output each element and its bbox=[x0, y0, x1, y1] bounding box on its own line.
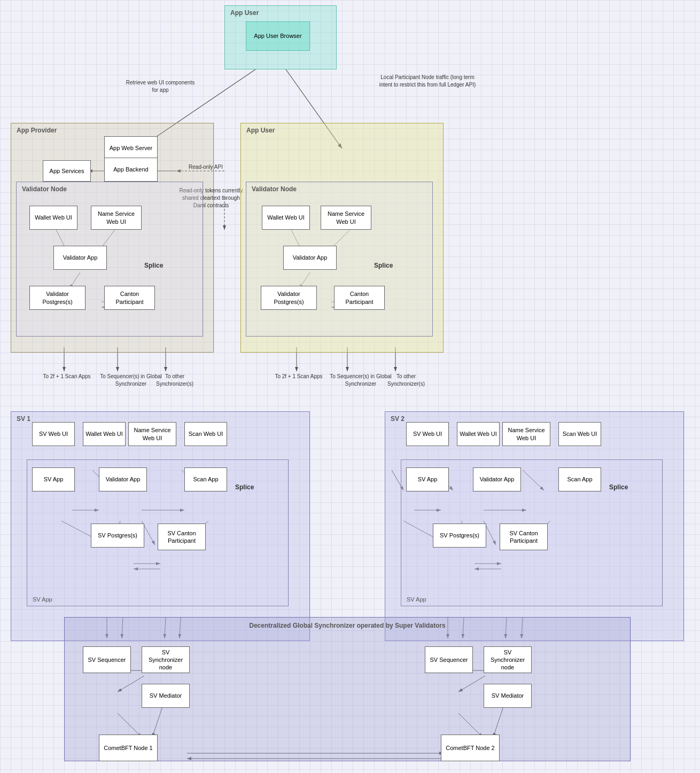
sv2-sv-app-label: SV App bbox=[407, 596, 426, 603]
validator-postgres-right: Validator Postgres(s) bbox=[261, 286, 317, 310]
validator-node-left-label: Validator Node bbox=[22, 185, 67, 193]
validator-app-left: Validator App bbox=[53, 246, 107, 270]
sv2-scan-app: Scan App bbox=[558, 467, 601, 491]
sv-sequencer-right: SV Sequencer bbox=[425, 646, 473, 673]
sv1-sv-postgres: SV Postgres(s) bbox=[91, 524, 144, 548]
app-services-box: App Services bbox=[43, 160, 91, 182]
name-service-web-ui-left: Name Service Web UI bbox=[91, 206, 142, 230]
sv1-sv-web-ui: SV Web UI bbox=[32, 422, 75, 446]
app-backend-box: App Backend bbox=[104, 158, 158, 182]
annotation-retrieve-web-ui: Retrieve web UI components for app bbox=[126, 79, 195, 94]
sv2-label: SV 2 bbox=[391, 415, 405, 423]
app-user-browser-label: App User Browser bbox=[254, 32, 301, 40]
wallet-web-ui-right: Wallet Web UI bbox=[262, 206, 310, 230]
canton-participant-right: Canton Participant bbox=[334, 286, 385, 310]
app-user-browser-box: App User Browser bbox=[246, 21, 310, 51]
app-provider-label: App Provider bbox=[17, 127, 57, 134]
annotation-local-participant: Local Participant Node traffic (long ter… bbox=[374, 74, 481, 89]
sv2-sv-canton-participant: SV Canton Participant bbox=[500, 524, 548, 550]
app-user-top-label: App User bbox=[230, 9, 259, 17]
sv1-scan-app: Scan App bbox=[184, 467, 227, 491]
global-sync-label: Decentralized Global Synchronizer operat… bbox=[65, 622, 630, 629]
validator-node-region-right: Validator Node bbox=[246, 182, 433, 337]
app-web-server-box: App Web Server bbox=[104, 136, 158, 160]
annotation-2f1-right: To 2f + 1 Scan Apps bbox=[269, 373, 328, 380]
sv2-validator-app: Validator App bbox=[473, 467, 521, 491]
validator-node-region-left: Validator Node bbox=[16, 182, 203, 337]
wallet-web-ui-left: Wallet Web UI bbox=[29, 206, 77, 230]
sv-mediator-right: SV Mediator bbox=[484, 684, 532, 708]
sv2-scan-web-ui: Scan Web UI bbox=[558, 422, 601, 446]
sv1-sv-app: SV App bbox=[32, 467, 75, 491]
cometbft-node-1: CometBFT Node 1 bbox=[99, 735, 158, 761]
validator-node-right-label: Validator Node bbox=[252, 185, 297, 193]
sv1-wallet-web-ui: Wallet Web UI bbox=[83, 422, 126, 446]
splice-label-right: Splice bbox=[374, 262, 393, 269]
validator-postgres-left: Validator Postgres(s) bbox=[29, 286, 85, 310]
sv2-sv-postgres: SV Postgres(s) bbox=[433, 524, 486, 548]
sv2-sv-web-ui: SV Web UI bbox=[406, 422, 449, 446]
sv1-sv-canton-participant: SV Canton Participant bbox=[158, 524, 206, 550]
sv1-label: SV 1 bbox=[17, 415, 30, 423]
annotation-read-only-api: Read-only API bbox=[182, 163, 230, 171]
sv2-wallet-web-ui: Wallet Web UI bbox=[457, 422, 500, 446]
annotation-other-sync-right: To other Synchronizer(s) bbox=[379, 373, 433, 388]
sv-mediator-left: SV Mediator bbox=[142, 684, 190, 708]
annotation-other-sync-left: To other Synchronizer(s) bbox=[148, 373, 201, 388]
sv-synchronizer-node-right: SV Synchronizer node bbox=[484, 646, 532, 673]
sv2-sv-app: SV App bbox=[406, 467, 449, 491]
sv1-sv-app-label: SV App bbox=[33, 596, 52, 603]
sv2-name-service-web-ui: Name Service Web UI bbox=[502, 422, 550, 446]
sv2-splice-label: Splice bbox=[609, 483, 628, 491]
canton-participant-left: Canton Participant bbox=[104, 286, 155, 310]
sv-sequencer-left: SV Sequencer bbox=[83, 646, 131, 673]
splice-label-left: Splice bbox=[144, 262, 163, 269]
name-service-web-ui-right: Name Service Web UI bbox=[321, 206, 371, 230]
sv1-scan-web-ui: Scan Web UI bbox=[184, 422, 227, 446]
sv1-splice-label: Splice bbox=[235, 483, 254, 491]
sv1-validator-app: Validator App bbox=[99, 467, 147, 491]
diagram-container: App User App User Browser Retrieve web U… bbox=[0, 0, 700, 773]
sv-synchronizer-node-left: SV Synchronizer node bbox=[142, 646, 190, 673]
cometbft-node-2: CometBFT Node 2 bbox=[441, 735, 500, 761]
validator-app-right: Validator App bbox=[283, 246, 337, 270]
sv1-name-service-web-ui: Name Service Web UI bbox=[128, 422, 176, 446]
annotation-2f1-left: To 2f + 1 Scan Apps bbox=[37, 373, 96, 380]
app-user-right-label: App User bbox=[246, 127, 275, 134]
